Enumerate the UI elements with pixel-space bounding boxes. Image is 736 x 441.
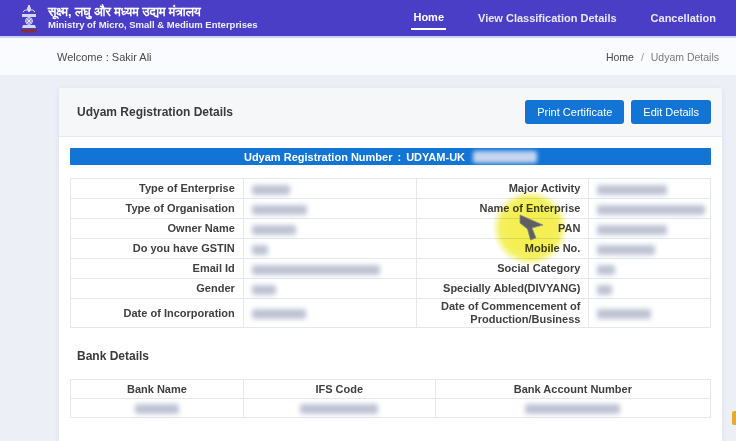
table-row: Do you have GSTIN Mobile No. (71, 239, 711, 259)
ministry-name-english: Ministry of Micro, Small & Medium Enterp… (48, 19, 258, 31)
column-header-bank-name: Bank Name (71, 380, 244, 399)
redacted-value (252, 205, 307, 215)
field-label: Type of Organisation (71, 199, 244, 219)
bank-details-title: Bank Details (77, 349, 711, 363)
redacted-value (252, 309, 306, 319)
column-header-ifs-code: IFS Code (243, 380, 435, 399)
field-value (589, 199, 711, 219)
edit-details-button[interactable]: Edit Details (631, 100, 711, 124)
field-value (243, 259, 416, 279)
field-label: Date of Commencement of Production/Busin… (416, 299, 589, 328)
field-label: Type of Enterprise (71, 179, 244, 199)
field-label: Email Id (71, 259, 244, 279)
redacted-value (252, 265, 380, 275)
app-header: सूक्ष्म, लघु और मध्यम उद्यम मंत्रालय Min… (0, 0, 736, 38)
redacted-value (525, 404, 620, 414)
registration-number-separator: : (397, 151, 401, 163)
column-header-bank-account-number: Bank Account Number (435, 380, 710, 399)
field-value (243, 179, 416, 199)
page-title: Udyam Registration Details (77, 105, 233, 119)
registration-number-redacted (473, 151, 537, 163)
redacted-value (252, 245, 268, 255)
field-value (589, 299, 711, 328)
field-value (589, 239, 711, 259)
card-header: Udyam Registration Details Print Certifi… (59, 88, 722, 137)
redacted-value (597, 265, 615, 275)
breadcrumb-home-link[interactable]: Home (606, 51, 634, 63)
redacted-value (597, 285, 612, 295)
bank-details-table: Bank Name IFS Code Bank Account Number (70, 379, 711, 418)
ministry-brand: सूक्ष्म, लघु और मध्यम उद्यम मंत्रालय Min… (18, 3, 258, 33)
breadcrumb-separator: / (641, 51, 644, 63)
welcome-bar: Welcome : Sakir Ali Home / Udyam Details (0, 38, 736, 75)
registration-number-label: Udyam Registration Number (244, 151, 393, 163)
redacted-value (252, 285, 276, 295)
breadcrumb-current: Udyam Details (651, 51, 719, 63)
nav-item-cancellation[interactable]: Cancellation (649, 8, 718, 29)
redacted-value (597, 225, 667, 235)
field-value (435, 399, 710, 418)
registration-details-card: Udyam Registration Details Print Certifi… (59, 88, 722, 441)
table-row: Date of Incorporation Date of Commenceme… (71, 299, 711, 328)
nav-item-view-classification-details[interactable]: View Classification Details (476, 8, 619, 29)
redacted-value (252, 185, 290, 195)
registration-number-banner: Udyam Registration Number : UDYAM-UK (70, 148, 711, 165)
field-label: Major Activity (416, 179, 589, 199)
redacted-value (597, 309, 651, 319)
field-label: Date of Incorporation (71, 299, 244, 328)
field-label: Name of Enterprise (416, 199, 589, 219)
registration-number-visible-value: UDYAM-UK (406, 151, 465, 163)
redacted-value (135, 404, 179, 414)
field-value (71, 399, 244, 418)
redacted-value (252, 225, 296, 235)
ministry-name-hindi: सूक्ष्म, लघु और मध्यम उद्यम मंत्रालय (48, 5, 258, 19)
redacted-value (597, 185, 667, 195)
field-value (243, 239, 416, 259)
field-label: Mobile No. (416, 239, 589, 259)
table-row: Type of Enterprise Major Activity (71, 179, 711, 199)
edge-widget-button[interactable] (732, 411, 736, 425)
field-value (589, 219, 711, 239)
print-certificate-button[interactable]: Print Certificate (525, 100, 624, 124)
registration-details-table: Type of Enterprise Major Activity Type o… (70, 178, 711, 328)
table-header-row: Bank Name IFS Code Bank Account Number (71, 380, 711, 399)
redacted-value (300, 404, 378, 414)
breadcrumb: Home / Udyam Details (606, 51, 719, 63)
nav-item-home[interactable]: Home (411, 7, 446, 30)
emblem-motto-band (21, 30, 37, 33)
field-value (589, 179, 711, 199)
table-row: Gender Specially Abled(DIVYANG) (71, 279, 711, 299)
field-value (243, 399, 435, 418)
table-row: Type of Organisation Name of Enterprise (71, 199, 711, 219)
redacted-value (597, 205, 705, 215)
field-value (243, 279, 416, 299)
main-nav: Home View Classification Details Cancell… (411, 7, 718, 30)
field-value (589, 259, 711, 279)
field-label: Specially Abled(DIVYANG) (416, 279, 589, 299)
field-label: PAN (416, 219, 589, 239)
field-value (243, 299, 416, 328)
field-value (589, 279, 711, 299)
field-label: Do you have GSTIN (71, 239, 244, 259)
field-label: Social Category (416, 259, 589, 279)
redacted-value (597, 245, 655, 255)
card-body: Udyam Registration Number : UDYAM-UK Typ… (59, 137, 722, 429)
field-label: Gender (71, 279, 244, 299)
field-label: Owner Name (71, 219, 244, 239)
table-row: Owner Name PAN (71, 219, 711, 239)
field-value (243, 199, 416, 219)
table-row (71, 399, 711, 418)
field-value (243, 219, 416, 239)
table-row: Email Id Social Category (71, 259, 711, 279)
welcome-text: Welcome : Sakir Ali (57, 51, 152, 63)
india-emblem-icon (18, 3, 40, 33)
